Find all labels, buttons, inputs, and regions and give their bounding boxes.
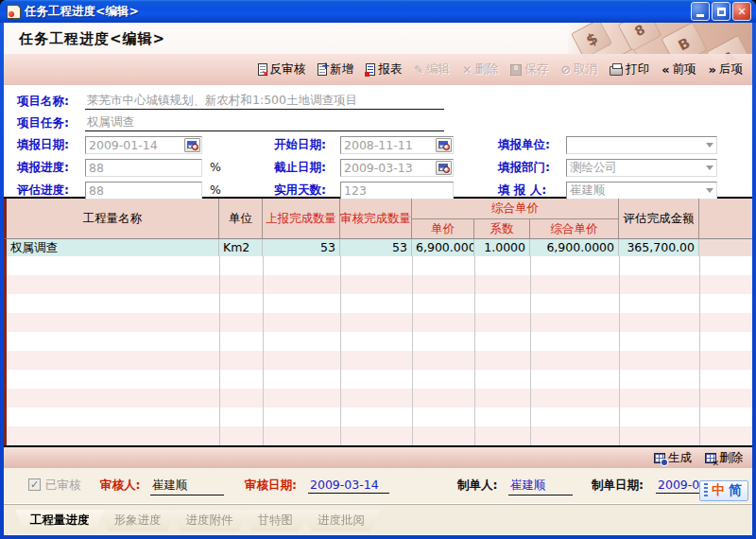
next-item-button[interactable]: » 后项 xyxy=(709,61,743,78)
actual-days-label: 实用天数: xyxy=(274,183,340,199)
audited-label: 已审核 xyxy=(45,478,81,494)
save-button: 保存 xyxy=(510,61,548,78)
calendar-icon[interactable] xyxy=(184,138,200,152)
report-icon xyxy=(366,63,375,76)
bottom-tabbar: 工程量进度 形象进度 进度附件 甘特图 进度批阅 xyxy=(4,503,752,534)
tab-visual-progress[interactable]: 形象进度 xyxy=(99,510,177,531)
delete-icon xyxy=(462,62,472,77)
window-content: $ 8 B A ✎ 任务工程进度<编辑> 反审核 新增 报表 xyxy=(4,23,752,535)
cancel-button: 取消 xyxy=(560,61,597,78)
audited-checkbox: ✓ xyxy=(28,478,41,491)
report-dept-label: 填报部门: xyxy=(498,160,566,176)
audit-date-label: 审核日期: xyxy=(245,478,297,494)
report-progress-label: 填报进度: xyxy=(17,160,85,176)
reporter-label: 填 报 人: xyxy=(498,183,566,199)
chevron-down-icon xyxy=(706,165,713,174)
ime-bar[interactable]: 中 简 xyxy=(699,480,748,501)
print-button[interactable]: 打印 xyxy=(610,61,649,78)
actual-days-field: 123 xyxy=(340,182,454,200)
app-icon xyxy=(7,5,21,19)
close-icon: ✕ xyxy=(737,6,746,18)
project-task-label: 项目任务: xyxy=(17,115,85,131)
generate-icon xyxy=(654,453,665,463)
quantity-table: 工程量名称 单位 上报完成数量 审核完成数量 综合单价 评估完成金额 单价 系数… xyxy=(4,197,752,447)
reporter-combo: 崔建顺 xyxy=(566,182,717,200)
empty-grid-rows xyxy=(4,256,752,445)
col-composite-price: 综合单价 xyxy=(530,219,619,238)
table-row[interactable]: 权属调查 Km2 53 53 6,900.0000 1.0000 6,900.0… xyxy=(4,239,752,256)
col-composite-group: 综合单价 xyxy=(412,199,619,219)
report-button[interactable]: 报表 xyxy=(366,61,402,78)
report-dept-combo: 测绘公司 xyxy=(566,159,717,177)
project-task-value: 权属调查 xyxy=(85,114,444,131)
col-reported-qty: 上报完成数量 xyxy=(263,199,340,238)
skip-prev-icon: « xyxy=(662,63,669,76)
percent-suffix: % xyxy=(210,183,221,197)
percent-suffix: % xyxy=(210,160,221,174)
delete-button: 删除 xyxy=(462,61,498,78)
tab-quantity-progress[interactable]: 工程量进度 xyxy=(15,510,105,531)
maker-field[interactable]: 崔建顺 xyxy=(508,478,573,496)
col-coefficient: 系数 xyxy=(474,219,530,238)
save-icon xyxy=(510,64,522,76)
maximize-button[interactable] xyxy=(712,2,730,21)
report-date-label: 填报日期: xyxy=(17,137,85,153)
auditor-field[interactable]: 崔建顺 xyxy=(150,478,224,496)
audit-date-field[interactable]: 2009-03-14 xyxy=(308,478,389,494)
skip-next-icon: » xyxy=(709,63,716,76)
col-unit: 单位 xyxy=(219,199,263,238)
eval-progress-field: 88 xyxy=(85,182,202,200)
edit-button: 编辑 xyxy=(414,61,450,78)
tab-progress-attachment[interactable]: 进度附件 xyxy=(171,510,249,531)
unaudit-button[interactable]: 反审核 xyxy=(258,61,306,78)
minimize-icon xyxy=(696,14,704,17)
report-unit-combo xyxy=(566,136,717,154)
start-date-label: 开始日期: xyxy=(274,137,340,153)
prev-item-button[interactable]: « 前项 xyxy=(662,61,696,78)
form-area: 项目名称: 莱芜市中心城镇规划、新农村和1:500土地调查项目 项目任务: 权属… xyxy=(4,85,752,197)
add-icon xyxy=(318,63,327,76)
titlebar: 任务工程进度<编辑> ✕ xyxy=(0,0,756,23)
window-title: 任务工程进度<编辑> xyxy=(25,4,139,20)
report-date-field: 2009-01-14 xyxy=(85,136,202,154)
report-progress-field: 88 xyxy=(85,159,202,177)
col-eval-amount: 评估完成金额 xyxy=(619,199,699,238)
make-date-label: 制单日期: xyxy=(592,478,644,494)
close-button[interactable]: ✕ xyxy=(732,2,751,21)
start-date-field: 2008-11-11 xyxy=(340,136,454,154)
col-audited-qty: 审核完成数量 xyxy=(340,199,412,238)
project-name-label: 项目名称: xyxy=(17,94,85,110)
grid-delete-icon xyxy=(705,453,716,463)
chevron-down-icon xyxy=(706,143,713,151)
unaudit-icon xyxy=(258,63,267,76)
tab-gantt-chart[interactable]: 甘特图 xyxy=(243,510,309,531)
col-filler xyxy=(699,199,752,238)
maximize-icon xyxy=(717,8,726,16)
chevron-down-icon xyxy=(706,188,713,197)
main-toolbar: 反审核 新增 报表 编辑 删除 xyxy=(4,54,752,85)
tab-progress-review[interactable]: 进度批阅 xyxy=(302,510,380,531)
minimize-button[interactable] xyxy=(691,2,710,21)
calendar-icon[interactable] xyxy=(436,138,452,152)
maker-label: 制单人: xyxy=(457,478,498,494)
ime-mode-label[interactable]: 简 xyxy=(729,482,742,499)
calendar-icon[interactable] xyxy=(436,161,452,175)
auditor-label: 审核人: xyxy=(100,478,141,494)
end-date-label: 截止日期: xyxy=(274,160,340,176)
edit-icon xyxy=(414,62,423,77)
generate-button[interactable]: 生成 xyxy=(654,450,692,466)
cancel-icon xyxy=(560,62,571,77)
grid-delete-button[interactable]: 删除 xyxy=(705,450,743,466)
end-date-field: 2009-03-13 xyxy=(340,159,454,177)
table-header: 工程量名称 单位 上报完成数量 审核完成数量 综合单价 评估完成金额 单价 系数… xyxy=(4,199,752,239)
col-name: 工程量名称 xyxy=(7,199,219,238)
add-button[interactable]: 新增 xyxy=(318,61,353,78)
grid-toolbar: 生成 删除 xyxy=(4,447,752,468)
drag-handle-icon[interactable] xyxy=(704,483,708,498)
report-unit-label: 填报单位: xyxy=(498,137,566,153)
app-window: 任务工程进度<编辑> ✕ $ 8 B A ✎ 任务工程进度<编辑> 反审核 xyxy=(0,0,756,539)
eval-progress-label: 评估进度: xyxy=(17,183,85,199)
audit-row: ✓ 已审核 审核人: 崔建顺 审核日期: 2009-03-14 制单人: 崔建顺… xyxy=(4,468,752,503)
app-header: $ 8 B A ✎ 任务工程进度<编辑> 反审核 新增 报表 xyxy=(4,23,752,85)
col-unit-price: 单价 xyxy=(412,219,474,238)
